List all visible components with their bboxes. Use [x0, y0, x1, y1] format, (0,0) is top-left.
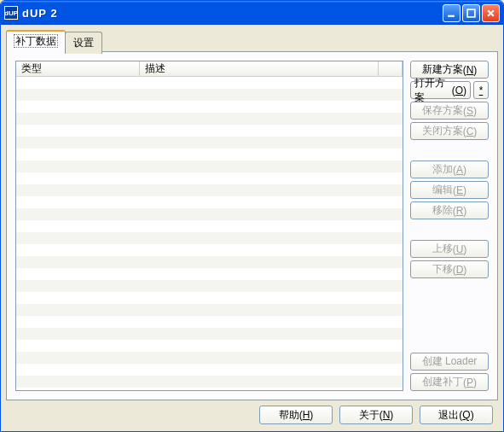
- save-scheme-button[interactable]: 保存方案(S): [410, 102, 489, 120]
- patch-list[interactable]: 类型 描述: [15, 61, 403, 391]
- column-type[interactable]: 类型: [16, 61, 140, 76]
- tab-settings[interactable]: 设置: [65, 32, 102, 54]
- list-header: 类型 描述: [16, 61, 403, 77]
- help-button[interactable]: 帮助(H): [259, 406, 333, 424]
- column-desc[interactable]: 描述: [140, 61, 379, 76]
- move-down-button[interactable]: 下移(D): [410, 260, 489, 278]
- edit-button[interactable]: 编辑(E): [410, 181, 489, 199]
- app-icon: dUP: [4, 6, 18, 20]
- create-patch-button[interactable]: 创建补丁(P): [410, 373, 489, 391]
- window-title: dUP 2: [22, 7, 443, 20]
- tab-patch-data[interactable]: 补丁数据: [6, 30, 66, 52]
- minimize-button[interactable]: [443, 4, 461, 22]
- create-loader-button[interactable]: 创建 Loader: [410, 353, 489, 371]
- svg-rect-1: [467, 9, 475, 17]
- move-up-button[interactable]: 上移(U): [410, 240, 489, 258]
- close-button[interactable]: [482, 4, 500, 22]
- tab-strip: 补丁数据 设置: [6, 30, 498, 52]
- exit-button[interactable]: 退出(Q): [420, 406, 493, 424]
- add-button[interactable]: 添加(A): [410, 161, 489, 178]
- title-bar[interactable]: dUP dUP 2: [1, 1, 503, 25]
- maximize-button[interactable]: [462, 4, 480, 22]
- app-window: dUP dUP 2 补丁数据 设置 类型 描述 新建方案(N): [0, 0, 504, 432]
- client-area: 补丁数据 设置 类型 描述 新建方案(N) 打开方案(O) * 保存方案(S) …: [1, 25, 503, 431]
- window-controls: [443, 4, 500, 22]
- open-recent-button[interactable]: *: [473, 81, 489, 99]
- tab-panel: 类型 描述 新建方案(N) 打开方案(O) * 保存方案(S) 关闭方案(C) …: [6, 51, 498, 400]
- column-spacer[interactable]: [379, 61, 403, 76]
- svg-rect-0: [448, 15, 455, 16]
- list-body[interactable]: [16, 77, 403, 390]
- open-scheme-button[interactable]: 打开方案(O): [410, 81, 471, 99]
- side-buttons: 新建方案(N) 打开方案(O) * 保存方案(S) 关闭方案(C) 添加(A) …: [410, 61, 489, 391]
- close-scheme-button[interactable]: 关闭方案(C): [410, 122, 489, 140]
- about-button[interactable]: 关于(N): [339, 406, 413, 424]
- bottom-bar: 帮助(H) 关于(N) 退出(Q): [6, 400, 498, 426]
- remove-button[interactable]: 移除(R): [410, 201, 489, 219]
